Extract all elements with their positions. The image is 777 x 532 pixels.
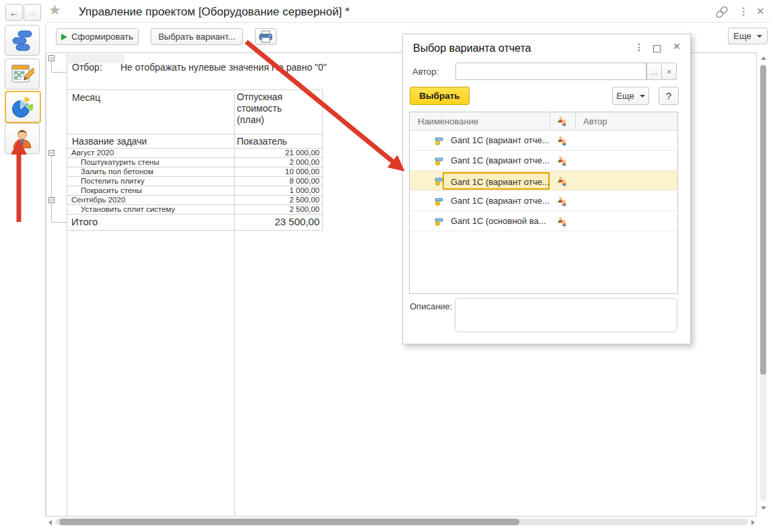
vertical-scrollbar[interactable] xyxy=(759,54,768,517)
variant-name: Gant 1C (основной ва... xyxy=(451,216,546,226)
variant-list: Наименование Автор Gant 1C (вариант отче… xyxy=(409,112,678,294)
generate-button[interactable]: Сформировать xyxy=(56,28,139,45)
variant-row[interactable]: Gant 1C (основной ва... xyxy=(410,211,677,231)
variant-row[interactable]: Gant 1C (вариант отче... xyxy=(410,130,677,151)
user-icon xyxy=(10,126,34,151)
variant-row[interactable]: Gant 1C (вариант отче... xyxy=(410,191,677,211)
column-header-month: Месяц xyxy=(72,92,100,103)
back-button[interactable]: ← xyxy=(5,4,23,21)
table-row[interactable]: Постелить плитку 8 000,00 xyxy=(67,176,322,186)
play-icon xyxy=(61,34,67,40)
select-variant-button[interactable]: Выбрать вариант... xyxy=(151,28,243,45)
chevron-down-icon xyxy=(757,35,762,38)
scroll-left-icon[interactable] xyxy=(48,520,52,525)
row-name: Постелить плитку xyxy=(81,176,145,186)
row-value: 1 000,00 xyxy=(234,186,322,195)
column-header-task: Название задачи xyxy=(72,136,147,147)
row-name: Поштукатурить стены xyxy=(81,157,159,167)
author-input[interactable] xyxy=(455,63,646,80)
scroll-right-icon[interactable] xyxy=(751,520,755,525)
dialog-menu-dots-icon[interactable]: ⋮ xyxy=(634,42,644,52)
clear-icon: × xyxy=(667,67,672,77)
window-close-icon[interactable]: ✕ xyxy=(756,5,765,17)
vertical-scroll-thumb[interactable] xyxy=(760,65,766,375)
author-choose-button[interactable]: ... xyxy=(646,63,662,80)
group-august-expander-icon[interactable]: − xyxy=(48,150,54,156)
author-clear-button[interactable]: × xyxy=(661,63,677,80)
row-value: 8 000,00 xyxy=(234,176,322,186)
sidebar-item-gantt[interactable] xyxy=(5,25,40,56)
dialog-maximize-icon[interactable] xyxy=(653,45,661,52)
table-total-row[interactable]: Итого 23 500,00 xyxy=(67,214,322,230)
row-value: 2 000,00 xyxy=(234,157,322,167)
author-label: Автор: xyxy=(412,67,439,77)
variant-item-icon xyxy=(434,135,445,146)
sidebar-item-resources[interactable] xyxy=(5,123,40,154)
table-row[interactable]: Август 2020 21 000,00 xyxy=(67,148,322,157)
row-name: Установить сплит систему xyxy=(81,204,175,214)
scroll-down-icon[interactable] xyxy=(761,506,766,510)
column-header-author[interactable]: Автор xyxy=(583,116,607,126)
help-button[interactable]: ? xyxy=(659,87,679,105)
group-september-expander-icon[interactable]: − xyxy=(48,197,54,203)
dialog-close-icon[interactable]: ✕ xyxy=(673,41,681,52)
row-value: 10 000,00 xyxy=(234,167,322,176)
favorite-star-icon[interactable]: ★ xyxy=(48,2,61,18)
row-value: 21 000,00 xyxy=(234,148,322,157)
variant-item-icon xyxy=(434,196,445,206)
column-header-name[interactable]: Наименование xyxy=(418,116,478,126)
list-header[interactable]: Наименование Автор xyxy=(410,112,677,130)
focused-cell[interactable]: Gant 1C (вариант отче... xyxy=(443,172,550,190)
pie-chart-icon xyxy=(11,95,35,119)
sidebar-item-report-chart[interactable] xyxy=(5,91,41,123)
horizontal-scrollbar[interactable] xyxy=(47,517,757,527)
gantt-icon xyxy=(10,28,34,52)
print-icon xyxy=(258,30,273,44)
sidebar-item-task-table[interactable] xyxy=(5,59,40,89)
select-label: Выбрать xyxy=(419,91,459,101)
variant-name: Gant 1C (вариант отче... xyxy=(451,135,550,145)
table-row[interactable]: Покрасить стены 1 000,00 xyxy=(67,186,322,195)
horizontal-scroll-thumb[interactable] xyxy=(59,519,519,525)
dialog-more-button[interactable]: Еще xyxy=(612,87,649,105)
variant-row[interactable]: Gant 1C (вариант отче... xyxy=(410,151,677,171)
authors-icon xyxy=(557,176,568,186)
variant-name: Gant 1C (вариант отче... xyxy=(451,177,550,187)
total-value: 23 500,00 xyxy=(234,214,322,230)
table-row[interactable]: Сентябрь 2020 2 500,00 xyxy=(67,195,322,204)
window-more-label: Еще xyxy=(733,31,751,41)
authors-icon xyxy=(557,155,568,166)
print-button[interactable] xyxy=(255,28,276,45)
variant-item-icon xyxy=(434,216,445,227)
variant-name: Gant 1C (вариант отче... xyxy=(451,155,550,165)
authors-icon xyxy=(557,135,568,146)
generate-label: Сформировать xyxy=(71,32,133,42)
app-window: ← → ★ Управление проектом [Оборудование … xyxy=(0,0,777,532)
variant-row-selected[interactable]: Gant 1C (вариант отче... xyxy=(410,171,677,191)
variant-selection-dialog: Выбор варианта отчета ⋮ ✕ Автор: ... × В… xyxy=(402,34,691,344)
table-row[interactable]: Залить пол бетоном 10 000,00 xyxy=(67,167,322,176)
description-textarea[interactable] xyxy=(455,298,677,332)
dialog-more-label: Еще xyxy=(616,91,634,101)
scroll-up-icon[interactable] xyxy=(761,56,766,60)
table-edit-icon xyxy=(10,62,34,86)
link-icon[interactable] xyxy=(714,5,730,20)
authors-column-icon[interactable] xyxy=(557,116,568,126)
description-label: Описание: xyxy=(410,301,452,311)
row-value: 2 500,00 xyxy=(234,204,322,214)
select-button[interactable]: Выбрать xyxy=(410,87,470,105)
ellipsis-icon: ... xyxy=(651,67,658,77)
report-expander-icon[interactable]: − xyxy=(48,55,54,61)
filter-label: Отбор: xyxy=(72,62,102,73)
window-menu-dots-icon[interactable]: ⋮ xyxy=(739,5,749,17)
forward-button[interactable]: → xyxy=(24,4,41,21)
page-title: Управление проектом [Оборудование сервер… xyxy=(79,5,350,19)
back-icon: ← xyxy=(9,7,20,18)
variant-name: Gant 1C (вариант отче... xyxy=(451,196,550,206)
table-row[interactable]: Установить сплит систему 2 500,00 xyxy=(67,204,322,214)
filter-value: Не отображать нулевые значения Не равно … xyxy=(120,62,327,73)
window-more-button[interactable]: Еще xyxy=(728,28,768,44)
row-name: Покрасить стены xyxy=(81,186,142,195)
forward-icon: → xyxy=(28,7,38,18)
table-row[interactable]: Поштукатурить стены 2 000,00 xyxy=(67,157,322,167)
